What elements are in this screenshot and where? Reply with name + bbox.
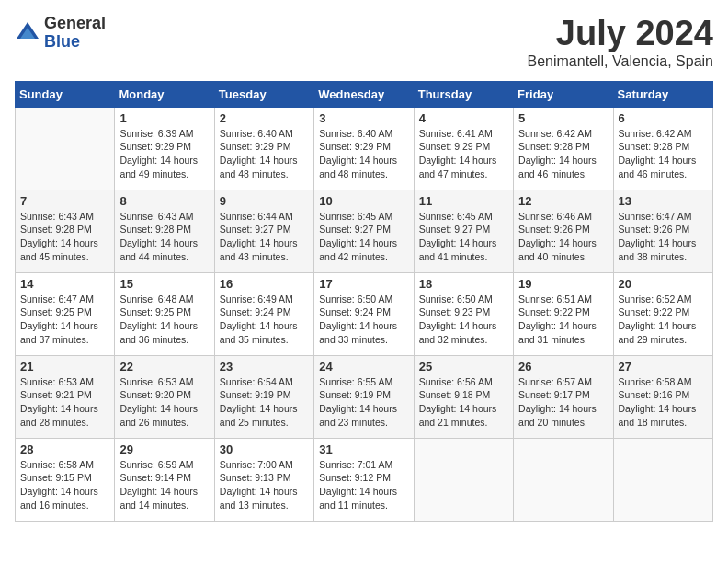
calendar-cell: 2Sunrise: 6:40 AMSunset: 9:29 PMDaylight…	[214, 107, 313, 190]
calendar-cell	[613, 438, 712, 521]
calendar-cell: 21Sunrise: 6:53 AMSunset: 9:21 PMDayligh…	[16, 355, 115, 438]
calendar-cell: 18Sunrise: 6:50 AMSunset: 9:23 PMDayligh…	[414, 272, 513, 355]
day-info: Sunrise: 6:54 AMSunset: 9:19 PMDaylight:…	[220, 375, 309, 430]
day-info: Sunrise: 6:44 AMSunset: 9:27 PMDaylight:…	[220, 210, 309, 264]
day-number: 12	[518, 194, 608, 208]
calendar-week-row: 1Sunrise: 6:39 AMSunset: 9:29 PMDaylight…	[16, 107, 713, 190]
calendar-cell: 3Sunrise: 6:40 AMSunset: 9:29 PMDaylight…	[314, 107, 414, 190]
day-number: 8	[119, 194, 209, 208]
day-info: Sunrise: 6:39 AMSunset: 9:29 PMDaylight:…	[119, 127, 209, 181]
day-info: Sunrise: 6:55 AMSunset: 9:19 PMDaylight:…	[319, 375, 408, 430]
day-number: 28	[20, 442, 109, 456]
month-title: July 2024	[528, 15, 714, 53]
day-number: 11	[419, 194, 508, 208]
day-info: Sunrise: 6:42 AMSunset: 9:28 PMDaylight:…	[619, 127, 708, 181]
calendar-cell	[16, 107, 115, 190]
calendar-cell: 17Sunrise: 6:50 AMSunset: 9:24 PMDayligh…	[314, 272, 414, 355]
day-info: Sunrise: 6:52 AMSunset: 9:22 PMDaylight:…	[619, 293, 708, 347]
calendar-week-row: 14Sunrise: 6:47 AMSunset: 9:25 PMDayligh…	[16, 272, 713, 355]
day-info: Sunrise: 6:58 AMSunset: 9:16 PMDaylight:…	[619, 375, 708, 430]
calendar-cell: 15Sunrise: 6:48 AMSunset: 9:25 PMDayligh…	[115, 272, 214, 355]
day-number: 14	[20, 277, 109, 291]
day-info: Sunrise: 6:53 AMSunset: 9:21 PMDaylight:…	[20, 375, 109, 430]
calendar-cell: 23Sunrise: 6:54 AMSunset: 9:19 PMDayligh…	[214, 355, 313, 438]
calendar-cell: 27Sunrise: 6:58 AMSunset: 9:16 PMDayligh…	[613, 355, 712, 438]
day-number: 25	[419, 360, 508, 373]
calendar-cell: 9Sunrise: 6:44 AMSunset: 9:27 PMDaylight…	[214, 190, 313, 272]
day-info: Sunrise: 6:43 AMSunset: 9:28 PMDaylight:…	[119, 210, 209, 264]
calendar-cell: 6Sunrise: 6:42 AMSunset: 9:28 PMDaylight…	[613, 107, 712, 190]
calendar-cell: 5Sunrise: 6:42 AMSunset: 9:28 PMDaylight…	[514, 107, 613, 190]
day-number: 9	[220, 194, 309, 208]
day-number: 4	[419, 111, 508, 125]
page-header: General Blue July 2024 Benimantell, Vale…	[15, 15, 713, 70]
day-number: 18	[419, 277, 508, 291]
day-info: Sunrise: 6:57 AMSunset: 9:17 PMDaylight:…	[518, 375, 608, 430]
day-info: Sunrise: 6:53 AMSunset: 9:20 PMDaylight:…	[119, 375, 209, 430]
day-info: Sunrise: 6:40 AMSunset: 9:29 PMDaylight:…	[220, 127, 309, 181]
header-saturday: Saturday	[613, 81, 712, 107]
title-block: July 2024 Benimantell, Valencia, Spain	[528, 15, 714, 70]
day-number: 30	[220, 442, 309, 456]
calendar-cell: 22Sunrise: 6:53 AMSunset: 9:20 PMDayligh…	[115, 355, 214, 438]
header-monday: Monday	[115, 81, 214, 107]
logo: General Blue	[15, 15, 106, 52]
day-info: Sunrise: 6:48 AMSunset: 9:25 PMDaylight:…	[119, 293, 209, 347]
logo-general-text: General	[44, 15, 106, 33]
day-info: Sunrise: 6:42 AMSunset: 9:28 PMDaylight:…	[518, 127, 608, 181]
day-number: 16	[220, 277, 309, 291]
day-number: 10	[319, 194, 408, 208]
day-number: 26	[518, 360, 608, 373]
calendar-week-row: 21Sunrise: 6:53 AMSunset: 9:21 PMDayligh…	[16, 355, 713, 438]
calendar-cell: 19Sunrise: 6:51 AMSunset: 9:22 PMDayligh…	[514, 272, 613, 355]
day-info: Sunrise: 6:41 AMSunset: 9:29 PMDaylight:…	[419, 127, 508, 181]
day-number: 5	[518, 111, 608, 125]
calendar-table: SundayMondayTuesdayWednesdayThursdayFrid…	[15, 81, 713, 522]
day-info: Sunrise: 6:47 AMSunset: 9:26 PMDaylight:…	[619, 210, 708, 264]
calendar-cell: 28Sunrise: 6:58 AMSunset: 9:15 PMDayligh…	[16, 438, 115, 521]
day-number: 29	[119, 442, 209, 456]
calendar-cell	[514, 438, 613, 521]
calendar-cell: 24Sunrise: 6:55 AMSunset: 9:19 PMDayligh…	[314, 355, 414, 438]
day-info: Sunrise: 6:43 AMSunset: 9:28 PMDaylight:…	[20, 210, 109, 264]
calendar-cell: 13Sunrise: 6:47 AMSunset: 9:26 PMDayligh…	[613, 190, 712, 272]
day-number: 23	[220, 360, 309, 373]
day-info: Sunrise: 6:50 AMSunset: 9:24 PMDaylight:…	[319, 293, 408, 347]
day-info: Sunrise: 7:00 AMSunset: 9:13 PMDaylight:…	[220, 458, 309, 512]
day-info: Sunrise: 6:45 AMSunset: 9:27 PMDaylight:…	[419, 210, 508, 264]
location-title: Benimantell, Valencia, Spain	[528, 53, 714, 70]
calendar-cell: 29Sunrise: 6:59 AMSunset: 9:14 PMDayligh…	[115, 438, 214, 521]
header-sunday: Sunday	[16, 81, 115, 107]
calendar-cell: 10Sunrise: 6:45 AMSunset: 9:27 PMDayligh…	[314, 190, 414, 272]
calendar-week-row: 7Sunrise: 6:43 AMSunset: 9:28 PMDaylight…	[16, 190, 713, 272]
day-number: 1	[119, 111, 209, 125]
day-info: Sunrise: 6:50 AMSunset: 9:23 PMDaylight:…	[419, 293, 508, 347]
day-info: Sunrise: 6:46 AMSunset: 9:26 PMDaylight:…	[518, 210, 608, 264]
day-number: 27	[619, 360, 708, 373]
day-number: 6	[619, 111, 708, 125]
day-number: 15	[119, 277, 209, 291]
calendar-cell: 31Sunrise: 7:01 AMSunset: 9:12 PMDayligh…	[314, 438, 414, 521]
calendar-cell: 16Sunrise: 6:49 AMSunset: 9:24 PMDayligh…	[214, 272, 313, 355]
day-number: 22	[119, 360, 209, 373]
day-number: 17	[319, 277, 408, 291]
header-friday: Friday	[514, 81, 613, 107]
calendar-cell: 4Sunrise: 6:41 AMSunset: 9:29 PMDaylight…	[414, 107, 513, 190]
day-info: Sunrise: 6:59 AMSunset: 9:14 PMDaylight:…	[119, 458, 209, 512]
header-tuesday: Tuesday	[214, 81, 313, 107]
day-number: 19	[518, 277, 608, 291]
calendar-cell: 26Sunrise: 6:57 AMSunset: 9:17 PMDayligh…	[514, 355, 613, 438]
day-number: 24	[319, 360, 408, 373]
day-number: 13	[619, 194, 708, 208]
day-info: Sunrise: 7:01 AMSunset: 9:12 PMDaylight:…	[319, 458, 408, 512]
calendar-cell: 30Sunrise: 7:00 AMSunset: 9:13 PMDayligh…	[214, 438, 313, 521]
day-number: 21	[20, 360, 109, 373]
day-info: Sunrise: 6:47 AMSunset: 9:25 PMDaylight:…	[20, 293, 109, 347]
calendar-cell	[414, 438, 513, 521]
day-number: 31	[319, 442, 408, 456]
day-number: 3	[319, 111, 408, 125]
day-number: 7	[20, 194, 109, 208]
calendar-cell: 8Sunrise: 6:43 AMSunset: 9:28 PMDaylight…	[115, 190, 214, 272]
calendar-header-row: SundayMondayTuesdayWednesdayThursdayFrid…	[16, 81, 713, 107]
day-info: Sunrise: 6:45 AMSunset: 9:27 PMDaylight:…	[319, 210, 408, 264]
